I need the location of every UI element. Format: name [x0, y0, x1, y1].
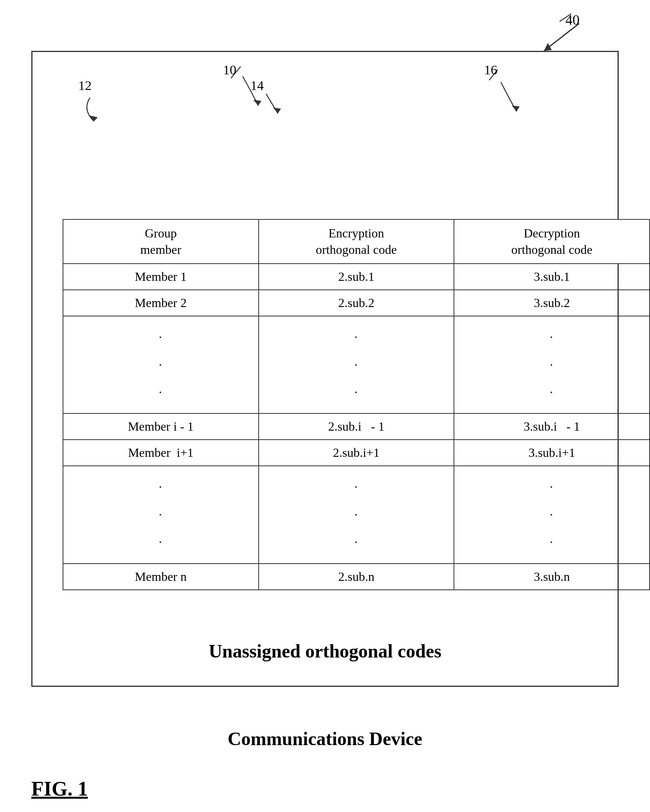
cell-dots-member-2: ···	[63, 466, 259, 563]
header-group-member: Groupmember	[63, 219, 259, 264]
cell-enc2: 2.sub.2	[259, 290, 454, 316]
header-encryption: Encryptionorthogonal code	[259, 219, 454, 264]
cell-member1: Member 1	[63, 264, 259, 290]
table-row: Member 2 2.sub.2 3.sub.2	[63, 290, 650, 316]
comm-device-label: Communications Device	[31, 728, 619, 749]
ref-40: 40	[565, 12, 580, 28]
cell-dec1: 3.sub.1	[454, 264, 650, 290]
cell-dots-dec-1: ···	[454, 316, 650, 413]
cell-dec2: 3.sub.2	[454, 290, 650, 316]
table-row-dots2: ··· ··· ···	[63, 466, 650, 563]
cell-enc1: 2.sub.1	[259, 264, 454, 290]
table-row: Member 1 2.sub.1 3.sub.1	[63, 264, 650, 290]
svg-marker-1	[544, 43, 552, 51]
unassigned-section: Unassigned orthogonal codes	[31, 616, 619, 687]
cell-decn: 3.sub.n	[454, 564, 650, 590]
unassigned-label: Unassigned orthogonal codes	[209, 640, 441, 662]
table-header-row: Groupmember Encryptionorthogonal code De…	[63, 219, 650, 264]
table-row-membern: Member n 2.sub.n 3.sub.n	[63, 564, 650, 590]
cell-membern: Member n	[63, 564, 259, 590]
cell-deci-1: 3.sub.i - 1	[454, 413, 650, 440]
header-decryption: Decryptionorthogonal code	[454, 219, 650, 264]
cell-memberi1: Member i+1	[63, 440, 259, 466]
cell-dots-enc-1: ···	[259, 316, 454, 413]
cell-member2: Member 2	[63, 290, 259, 316]
cell-enci-1: 2.sub.i - 1	[259, 413, 454, 440]
cell-dots-enc-2: ···	[259, 466, 454, 563]
fig-label: FIG. 1	[31, 777, 88, 800]
cell-enci1: 2.sub.i+1	[259, 440, 454, 466]
table-row-ip1: Member i+1 2.sub.i+1 3.sub.i+1	[63, 440, 650, 466]
data-table: Groupmember Encryptionorthogonal code De…	[63, 219, 650, 590]
cell-dots-member-1: ···	[63, 316, 259, 413]
cell-dots-dec-2: ···	[454, 466, 650, 563]
cell-deci1: 3.sub.i+1	[454, 440, 650, 466]
page: 40 12 10 14 16 Groupmember Encryptionort…	[0, 0, 650, 812]
table-row-dots1: ··· ··· ···	[63, 316, 650, 413]
cell-memberi-1: Member i - 1	[63, 413, 259, 440]
cell-encn: 2.sub.n	[259, 564, 454, 590]
table-row-im1: Member i - 1 2.sub.i - 1 3.sub.i - 1	[63, 413, 650, 440]
